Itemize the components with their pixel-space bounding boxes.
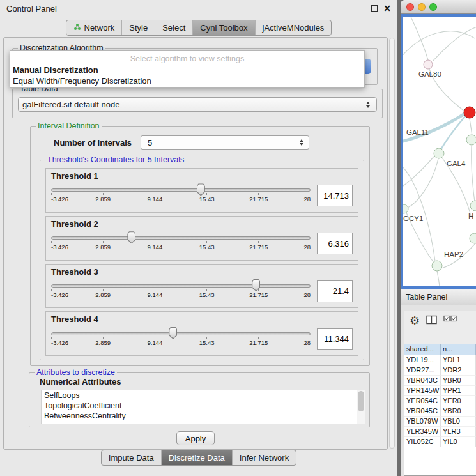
tab-label: Infer Network (240, 453, 289, 463)
list-item-selfloops[interactable]: SelfLoops (42, 390, 365, 401)
close-icon[interactable]: ✕ (383, 5, 391, 12)
tab-label: Cyni Toolbox (200, 23, 247, 33)
node-table: ⚙ shared...n... YDL19...YDL1YDR27...YDR2… (404, 311, 476, 476)
bottom-tab-bar-container: Impute DataDiscretize DataInfer Network (0, 450, 397, 466)
network-node[interactable] (432, 261, 442, 271)
slider-track[interactable] (51, 188, 311, 192)
slider-track[interactable] (51, 284, 311, 288)
mac-zoom-button[interactable] (429, 3, 437, 11)
table-cell: YBR045C (404, 406, 441, 417)
threshold-1-value-input[interactable] (317, 185, 353, 206)
network-node[interactable] (403, 204, 408, 213)
tab-style[interactable]: Style (121, 20, 155, 35)
scale-label: 28 (303, 243, 311, 250)
table-cell: YBR0 (441, 376, 476, 386)
slider-track[interactable] (51, 236, 311, 240)
threshold-3-slider[interactable]: -3.4262.8599.14415.4321.71528 (51, 279, 311, 305)
tab-cyni-toolbox[interactable]: Cyni Toolbox (192, 20, 254, 35)
scale-tick (311, 337, 311, 339)
table-row[interactable]: YLR345WYLR3 (404, 427, 476, 437)
list-item-topologicalcoefficient[interactable]: TopologicalCoefficient (42, 401, 365, 411)
table-row[interactable]: YDR27...YDR2 (404, 365, 476, 376)
scale-label: -3.426 (51, 339, 68, 346)
table-row[interactable]: YER054CYER0 (404, 396, 476, 406)
scale-label: 28 (303, 339, 311, 346)
attributes-scrollbar[interactable] (357, 390, 365, 424)
scale-label: 28 (303, 291, 311, 298)
table-row[interactable]: YIL052CYIL0 (404, 437, 476, 447)
interval-group-title: Interval Definition (36, 121, 102, 130)
number-of-intervals-row: Number of Intervals 5 (31, 135, 369, 150)
list-item-betweennesscentrality[interactable]: BetweennessCentrality (42, 411, 365, 421)
table-row[interactable]: YBR045CYBR0 (404, 406, 476, 417)
apply-button[interactable]: Apply (176, 431, 215, 445)
combobox-updown-icon[interactable] (364, 102, 372, 108)
table-cell: YLR3 (441, 427, 476, 437)
spinner-updown-icon[interactable] (297, 139, 306, 146)
threshold-row: -3.4262.8599.14415.4321.71528 (51, 324, 353, 354)
scrollbar-thumb[interactable] (358, 391, 364, 411)
threshold-2-value-input[interactable] (317, 233, 353, 254)
gear-icon[interactable]: ⚙ (410, 315, 420, 326)
table-panel-body: ⚙ shared...n... YDL19...YDL1YDR27...YDR2… (401, 305, 476, 476)
tab-infer-network[interactable]: Infer Network (232, 450, 296, 465)
tab-select[interactable]: Select (155, 20, 192, 35)
mac-minimize-button[interactable] (418, 3, 426, 11)
scale-label: 15.43 (199, 243, 215, 250)
slider-thumb[interactable] (127, 231, 135, 243)
network-node[interactable] (470, 201, 476, 211)
table-row[interactable]: YDL19...YDL1 (404, 355, 476, 365)
float-window-icon[interactable] (371, 5, 378, 12)
column-header-shared-name[interactable]: shared... (404, 344, 441, 355)
network-graph[interactable]: GAL80GAL11GAL4GCY1HHAP2 (403, 17, 476, 286)
dropdown-option-manual-discretization[interactable]: Manual Discretization (10, 63, 364, 75)
scale-label: 2.859 (95, 243, 111, 250)
network-node-label-gal4: GAL4 (447, 160, 466, 167)
num-intervals-spinner[interactable]: 5 (141, 135, 309, 150)
tab-network[interactable]: Network (66, 20, 122, 35)
column-header-name[interactable]: n... (441, 344, 476, 355)
scale-tick (51, 241, 52, 243)
network-node[interactable] (424, 60, 433, 69)
threshold-3-value-input[interactable] (317, 280, 353, 302)
control-panel-titlebar: Control Panel ✕ (0, 0, 397, 17)
control-panel-body: Discretization Algorithm Select algorith… (3, 37, 388, 450)
dropdown-option-equal-width-frequency-discretization[interactable]: Equal Width/Frequency Discretization (10, 75, 364, 86)
tab-jactivemnodules[interactable]: jActiveMNodules (255, 20, 332, 35)
select-columns-icon[interactable] (443, 315, 457, 322)
slider-thumb[interactable] (169, 327, 177, 339)
scale-tick (51, 337, 52, 339)
threshold-label: Threshold 2 (51, 219, 353, 229)
control-panel-scrollbar[interactable] (389, 38, 395, 449)
columns-icon[interactable] (426, 315, 437, 325)
interval-definition-group: Interval Definition Number of Intervals … (30, 126, 370, 366)
dropdown-options: Manual DiscretizationEqual Width/Frequen… (10, 63, 364, 86)
table-cell: YDL1 (441, 355, 476, 365)
threshold-label: Threshold 4 (51, 314, 353, 324)
network-node[interactable] (470, 233, 476, 243)
threshold-1-slider[interactable]: -3.4262.8599.14415.4321.71528 (51, 183, 311, 209)
threshold-4-slider[interactable]: -3.4262.8599.14415.4321.71528 (51, 327, 311, 353)
table-row[interactable]: YBL079WYBL0 (404, 417, 476, 427)
table-row[interactable]: YPR145WYPR1 (404, 386, 476, 396)
mac-close-button[interactable] (406, 3, 414, 11)
scale-tick (206, 193, 207, 195)
scale-tick (311, 193, 311, 195)
scale-tick (258, 241, 259, 243)
threshold-2-box: Threshold 2-3.4262.8599.14415.4321.71528 (45, 216, 358, 261)
slider-thumb[interactable] (197, 183, 205, 196)
network-node[interactable] (434, 148, 444, 158)
tab-discretize-data[interactable]: Discretize Data (161, 450, 232, 465)
tab-impute-data[interactable]: Impute Data (102, 450, 161, 465)
top-tab-bar-container: NetworkStyleSelectCyni ToolboxjActiveMNo… (0, 20, 397, 36)
network-node[interactable] (466, 135, 476, 145)
network-node-label-gal80: GAL80 (418, 70, 441, 78)
table-row[interactable]: YBR043CYBR0 (404, 376, 476, 386)
network-canvas[interactable]: GAL80GAL11GAL4GCY1HHAP2 (403, 17, 476, 286)
scale-label: -3.426 (51, 291, 68, 298)
table-data-combobox[interactable]: galFiltered.sif default node (18, 97, 377, 112)
network-node-selected[interactable] (464, 107, 475, 118)
threshold-2-slider[interactable]: -3.4262.8599.14415.4321.71528 (51, 231, 311, 257)
threshold-4-value-input[interactable] (317, 328, 353, 350)
slider-track[interactable] (51, 332, 311, 335)
